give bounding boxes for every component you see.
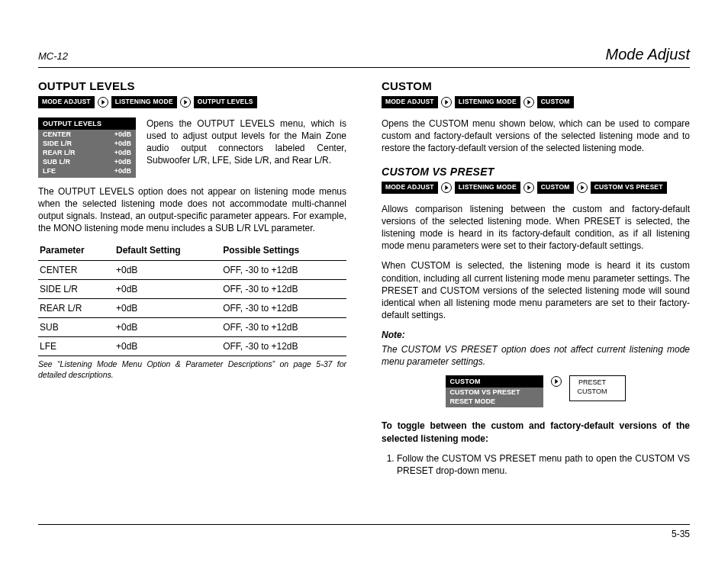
body-paragraph: The OUTPUT LEVELS option does not appear…	[38, 185, 346, 235]
table-row: SIDE L/R+0dBOFF, -30 to +12dB	[38, 279, 346, 298]
list-item: Follow the CUSTOM VS PRESET menu path to…	[397, 452, 690, 477]
dropdown-preset-custom: PRESET CUSTOM	[569, 375, 627, 401]
osd-row: CENTER+0dB	[38, 130, 136, 139]
arrow-right-icon	[441, 182, 452, 193]
table-row: LFE+0dBOFF, -30 to +12dB	[38, 337, 346, 356]
table-row: SUB+0dBOFF, -30 to +12dB	[38, 318, 346, 337]
section-title: Mode Adjust	[606, 44, 690, 65]
osd-row: LFE+0dB	[38, 166, 136, 177]
osd-output-levels: OUTPUT LEVELS CENTER+0dB SIDE L/R+0dB RE…	[38, 117, 136, 178]
custom-diagram: CUSTOM CUSTOM VS PRESET RESET MODE PRESE…	[382, 375, 690, 407]
path-chip: Listening Mode	[455, 96, 520, 108]
path-chip: CUSTOM	[537, 182, 574, 193]
procedure-steps: Follow the CUSTOM VS PRESET menu path to…	[382, 452, 690, 477]
table-row: REAR L/R+0dBOFF, -30 to +12dB	[38, 298, 346, 317]
table-row: CENTER+0dBOFF, -30 to +12dB	[38, 260, 346, 279]
intro-row: OUTPUT LEVELS CENTER+0dB SIDE L/R+0dB RE…	[38, 117, 346, 178]
path-chip: CUSTOM	[537, 96, 574, 108]
running-header: MC-12 Mode Adjust	[38, 44, 690, 68]
right-column: Custom MODE ADJUST Listening Mode CUSTOM…	[382, 79, 690, 524]
arrow-right-icon	[577, 182, 588, 193]
body-paragraph: Allows comparison listening between the …	[382, 203, 690, 253]
heading-custom-vs-preset: CUSTOM VS PRESET	[382, 165, 690, 179]
osd-row: SUB L/R+0dB	[38, 157, 136, 166]
procedure-lead: To toggle between the custom and factory…	[382, 420, 690, 444]
dropdown-option: CUSTOM	[578, 388, 607, 397]
menu-path-custom: MODE ADJUST Listening Mode CUSTOM	[382, 96, 690, 108]
note-body: The CUSTOM VS PRESET option does not aff…	[382, 343, 690, 368]
parameters-table: Parameter Default Setting Possible Setti…	[38, 242, 346, 356]
path-chip: OUTPUT LEVELS	[194, 96, 257, 108]
path-chip: MODE ADJUST	[38, 96, 95, 108]
path-chip: MODE ADJUST	[382, 96, 438, 108]
osd-row: CUSTOM VS PRESET	[446, 388, 543, 397]
menu-path-custom-vs-preset: MODE ADJUST Listening Mode CUSTOM CUSTOM…	[382, 182, 690, 193]
dropdown-option: PRESET	[578, 378, 607, 388]
content-columns: Output Levels MODE ADJUST Listening Mode…	[38, 79, 690, 524]
page-footer: 5-35	[38, 524, 690, 540]
path-chip: CUSTOM VS PRESET	[591, 182, 667, 193]
page-number: 5-35	[672, 529, 690, 539]
arrow-right-icon	[180, 97, 191, 108]
arrow-right-icon	[98, 97, 108, 108]
intro-paragraph: Opens the OUTPUT LEVELS menu, which is u…	[147, 117, 346, 167]
arrow-right-icon	[523, 182, 534, 193]
heading-custom: Custom	[382, 79, 690, 94]
menu-path-output-levels: MODE ADJUST Listening Mode OUTPUT LEVELS	[38, 96, 346, 108]
osd-title: OUTPUT LEVELS	[38, 117, 136, 130]
arrow-right-icon	[523, 97, 534, 108]
arrow-right-icon	[551, 376, 562, 390]
osd-title: CUSTOM	[446, 375, 543, 388]
product-code: MC-12	[38, 50, 68, 63]
body-paragraph: When CUSTOM is selected, the listening m…	[382, 259, 690, 321]
table-header: Possible Settings	[221, 242, 346, 260]
path-chip: Listening Mode	[455, 182, 520, 193]
osd-custom: CUSTOM CUSTOM VS PRESET RESET MODE	[446, 375, 543, 407]
arrow-right-icon	[441, 97, 452, 108]
left-column: Output Levels MODE ADJUST Listening Mode…	[38, 79, 346, 524]
osd-row: REAR L/R+0dB	[38, 148, 136, 157]
note-label: Note:	[382, 329, 690, 341]
path-chip: Listening Mode	[111, 96, 177, 108]
table-header: Parameter	[38, 242, 114, 260]
body-paragraph: Opens the CUSTOM menu shown below, which…	[382, 117, 690, 155]
heading-output-levels: Output Levels	[38, 79, 346, 94]
osd-row: RESET MODE	[446, 397, 543, 407]
osd-row: SIDE L/R+0dB	[38, 139, 136, 148]
table-caption: See “Listening Mode Menu Option & Parame…	[38, 359, 346, 379]
table-header: Default Setting	[114, 242, 221, 260]
path-chip: MODE ADJUST	[382, 182, 438, 193]
